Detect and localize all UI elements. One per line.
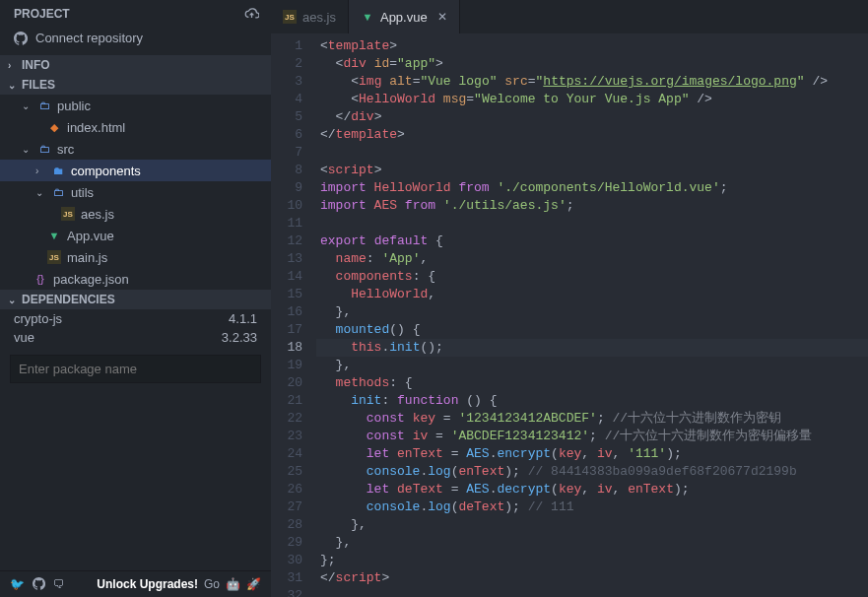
dependencies-label: DEPENDENCIES xyxy=(22,293,115,306)
chevron-down-icon: ⌄ xyxy=(8,295,18,305)
twitter-icon[interactable]: 🐦 xyxy=(10,577,25,591)
connect-label: Connect repository xyxy=(35,31,143,45)
dep-row[interactable]: vue3.2.33 xyxy=(0,328,271,347)
section-info[interactable]: › INFO xyxy=(0,55,271,75)
code-lines[interactable]: <template> <div id="app"> <img alt="Vue … xyxy=(316,33,868,597)
github-icon[interactable] xyxy=(33,577,45,591)
files-label: FILES xyxy=(22,78,55,92)
tab-app-vue[interactable]: ▼App.vue✕ xyxy=(349,0,460,33)
rocket-icon: 🚀 xyxy=(246,577,261,591)
discord-icon[interactable]: 🗨 xyxy=(53,577,65,591)
robot-icon: 🤖 xyxy=(226,577,240,591)
close-icon[interactable]: ✕ xyxy=(437,10,447,24)
project-header: PROJECT xyxy=(0,0,271,25)
file-aes-js[interactable]: JSaes.js xyxy=(0,203,271,225)
package-input[interactable] xyxy=(10,355,261,383)
dep-row[interactable]: crypto-js4.1.1 xyxy=(0,309,271,328)
sidebar: PROJECT Connect repository › INFO ⌄ FILE… xyxy=(0,0,271,597)
project-label: PROJECT xyxy=(14,7,70,21)
file-package-json[interactable]: {}package.json xyxy=(0,268,271,290)
unlock-upgrades[interactable]: Unlock Upgrades! xyxy=(97,577,198,591)
github-icon xyxy=(14,32,28,45)
folder-src[interactable]: ⌄🗀src xyxy=(0,138,271,160)
info-label: INFO xyxy=(22,58,50,72)
connect-repository[interactable]: Connect repository xyxy=(0,25,271,55)
tab-aes-js[interactable]: JSaes.js xyxy=(271,0,349,33)
code-area[interactable]: 1234567891011121314151617181920212223242… xyxy=(271,33,868,597)
section-files[interactable]: ⌄ FILES xyxy=(0,75,271,95)
chevron-right-icon: › xyxy=(8,60,18,71)
cloud-upload-icon[interactable] xyxy=(244,6,259,21)
folder-public[interactable]: ⌄🗀public xyxy=(0,95,271,116)
file-app-vue[interactable]: ▼App.vue xyxy=(0,225,271,246)
folder-utils[interactable]: ⌄🗀utils xyxy=(0,181,271,203)
section-dependencies[interactable]: ⌄ DEPENDENCIES xyxy=(0,290,271,309)
file-index-html[interactable]: ◆index.html xyxy=(0,116,271,138)
file-main-js[interactable]: JSmain.js xyxy=(0,246,271,268)
editor: JSaes.js ▼App.vue✕ 123456789101112131415… xyxy=(271,0,868,597)
file-tree: ⌄🗀public ◆index.html ⌄🗀src ›🖿components … xyxy=(0,95,271,290)
folder-components[interactable]: ›🖿components xyxy=(0,160,271,181)
gutter: 1234567891011121314151617181920212223242… xyxy=(271,33,316,597)
chevron-down-icon: ⌄ xyxy=(8,80,18,91)
sidebar-footer: 🐦 🗨 Unlock Upgrades!Go🤖🚀 xyxy=(0,570,271,597)
tab-bar: JSaes.js ▼App.vue✕ xyxy=(271,0,868,33)
